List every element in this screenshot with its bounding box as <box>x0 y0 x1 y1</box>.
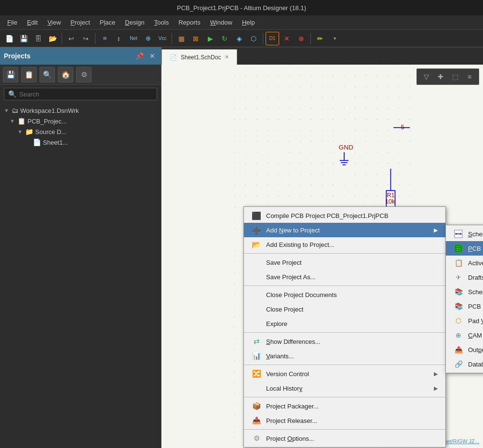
toolbar-sep4 <box>263 33 263 44</box>
tb-power[interactable]: ⊕ <box>141 32 155 45</box>
pt-copy[interactable]: 📋 <box>21 67 37 82</box>
sub-padvia-label: Pad Via Library <box>468 317 483 325</box>
cm-save[interactable]: Save Project <box>244 255 445 270</box>
cm-variants[interactable]: 📊 Variants... <box>244 349 445 363</box>
tree-workspace[interactable]: ▼ 🗂 Workspace1.DsnWrk <box>0 105 161 116</box>
cm-addnew[interactable]: ➕ Add New to Project ▶ <box>244 223 445 237</box>
cm-sep2 <box>244 285 445 286</box>
tb-place2[interactable]: ⊠ <box>189 32 202 45</box>
cm-save-label: Save Project <box>266 259 302 266</box>
cm-vc-arrow: ▶ <box>434 371 438 377</box>
cm-closedocs[interactable]: Close Project Documents <box>244 287 445 302</box>
tb-vcc[interactable]: Vcc <box>156 32 169 45</box>
tb-place5[interactable]: ◈ <box>232 32 246 45</box>
tab-close-icon[interactable]: ✕ <box>225 54 229 60</box>
tb-d1[interactable]: D1 <box>266 32 279 45</box>
sub-draft-label: Draftsman Document <box>468 274 483 281</box>
cm-diff-label: Show Differences... <box>266 338 320 345</box>
tb-bus[interactable]: ⫿ <box>112 32 126 45</box>
sub-padvia[interactable]: ⬡ Pad Via Library <box>446 313 483 328</box>
search-input[interactable] <box>19 91 153 98</box>
menu-tools[interactable]: Tools <box>149 17 174 28</box>
tb-saveall[interactable]: 🗄 <box>31 32 45 45</box>
pcbproject-label: PCB_Projec... <box>27 118 67 125</box>
tb-save[interactable]: 💾 <box>17 32 30 45</box>
tab-sheet1[interactable]: 📄 Sheet1.SchDoc ✕ <box>161 49 237 65</box>
sub-out-icon: 📤 <box>454 345 463 354</box>
tb-place3[interactable]: ▶ <box>203 32 217 45</box>
sub-pcb[interactable]: PCB <box>446 241 483 256</box>
cm-closeproj-icon <box>252 304 261 314</box>
tb-dropdown[interactable]: ▾ <box>328 32 341 45</box>
project-tree: ▼ 🗂 Workspace1.DsnWrk ▼ 📋 PCB_Projec... … <box>0 103 161 448</box>
menu-window[interactable]: Window <box>205 17 237 28</box>
tb-delete[interactable]: ✕ <box>280 32 294 45</box>
cm-diff[interactable]: ⇄ Show Differences... <box>244 334 445 349</box>
pt-save[interactable]: 💾 <box>3 67 18 82</box>
cm-releaser-label: Project Releaser... <box>266 417 317 424</box>
tb-new[interactable]: 📄 <box>2 32 16 45</box>
context-menu-main: ⬛ Compile PCB Project PCB_Project1.PrjPC… <box>243 206 446 448</box>
cm-compile-label: Compile PCB Project PCB_Project1.PrjPCB <box>266 212 389 219</box>
tree-pcbproject[interactable]: ▼ 📋 PCB_Projec... <box>0 116 161 126</box>
cm-closeproj[interactable]: Close Project <box>244 302 445 316</box>
cm-releaser[interactable]: 📤 Project Releaser... <box>244 413 445 428</box>
sub-pcblib-icon: 📚 <box>454 301 463 311</box>
sub-schlib[interactable]: 📚 Schematic Library <box>446 285 483 299</box>
sub-out[interactable]: 📤 Output Job File <box>446 342 483 357</box>
tb-pencil[interactable]: ✏ <box>313 32 327 45</box>
cm-packager[interactable]: 📦 Project Packager... <box>244 399 445 413</box>
menu-place[interactable]: Place <box>95 17 121 28</box>
panel-header-icons: 📌 ✕ <box>134 51 157 61</box>
tab-label: Sheet1.SchDoc <box>181 54 221 61</box>
cm-sep6 <box>244 429 445 430</box>
sub-pcblib[interactable]: 📚 PCB Library <box>446 299 483 313</box>
tb-place1[interactable]: ▦ <box>174 32 188 45</box>
sub-cam[interactable]: ⊕ CAM Document <box>446 328 483 342</box>
menu-file[interactable]: File <box>2 17 22 28</box>
cm-explore-icon <box>252 319 261 328</box>
cm-explore[interactable]: Explore <box>244 316 445 331</box>
cm-history[interactable]: Local History ▶ <box>244 381 445 395</box>
panel-header: Projects 📌 ✕ <box>0 47 161 65</box>
pt-gear[interactable]: ⚙ <box>76 67 92 82</box>
menu-view[interactable]: View <box>42 17 66 28</box>
menu-edit[interactable]: Edit <box>22 17 42 28</box>
projects-panel: Projects 📌 ✕ 💾 📋 🔍 🏠 ⚙ 🔍 ▼ 🗂 Workspace1.… <box>0 47 161 448</box>
sub-db-icon: 🔗 <box>454 359 463 369</box>
panel-pin-icon[interactable]: 📌 <box>134 51 146 61</box>
pcbproject-icon: 📋 <box>17 117 26 125</box>
panel-close-icon[interactable]: ✕ <box>148 51 157 61</box>
sub-db[interactable]: 🔗 Database Link File <box>446 357 483 371</box>
cm-vc[interactable]: 🔀 Version Control ▶ <box>244 367 445 381</box>
pt-search[interactable]: 🔍 <box>40 67 55 82</box>
tb-place6[interactable]: ⬡ <box>247 32 260 45</box>
cm-addexist[interactable]: 📂 Add Existing to Project... <box>244 237 445 252</box>
menu-help[interactable]: Help <box>237 17 260 28</box>
sub-schematic[interactable]: Schematic <box>446 227 483 241</box>
tb-wire[interactable]: ≋ <box>98 32 111 45</box>
menu-design[interactable]: Design <box>120 17 149 28</box>
tree-sheet1[interactable]: 📄 Sheet1... <box>0 137 161 148</box>
tb-place4[interactable]: ↻ <box>218 32 231 45</box>
menu-project[interactable]: Project <box>66 17 94 28</box>
cm-compile[interactable]: ⬛ Compile PCB Project PCB_Project1.PrjPC… <box>244 208 445 223</box>
tb-netpin[interactable]: Net <box>127 32 140 45</box>
main-area: Projects 📌 ✕ 💾 📋 🔍 🏠 ⚙ 🔍 ▼ 🗂 Workspace1.… <box>0 47 483 448</box>
tb-redo[interactable]: ↪ <box>79 32 93 45</box>
tree-source[interactable]: ▼ 📁 Source D... <box>0 126 161 137</box>
tb-open[interactable]: 📂 <box>46 32 59 45</box>
cm-saveas[interactable]: Save Project As... <box>244 270 445 284</box>
tb-delete2[interactable]: ⊗ <box>295 32 308 45</box>
tb-undo[interactable]: ↩ <box>65 32 78 45</box>
cm-releaser-icon: 📤 <box>252 416 261 425</box>
sub-schlib-label: Schematic Library <box>468 288 483 296</box>
cm-variants-icon: 📊 <box>252 351 261 361</box>
sub-bom[interactable]: 📋 ActiveBOM Document <box>446 256 483 270</box>
cm-closedocs-icon <box>252 290 261 299</box>
cm-options[interactable]: ⚙ Project Options... <box>244 431 445 446</box>
pt-home[interactable]: 🏠 <box>58 67 73 82</box>
cm-vc-icon: 🔀 <box>252 369 261 379</box>
menu-reports[interactable]: Reports <box>174 17 205 28</box>
sub-draft[interactable]: ✈ Draftsman Document <box>446 270 483 285</box>
